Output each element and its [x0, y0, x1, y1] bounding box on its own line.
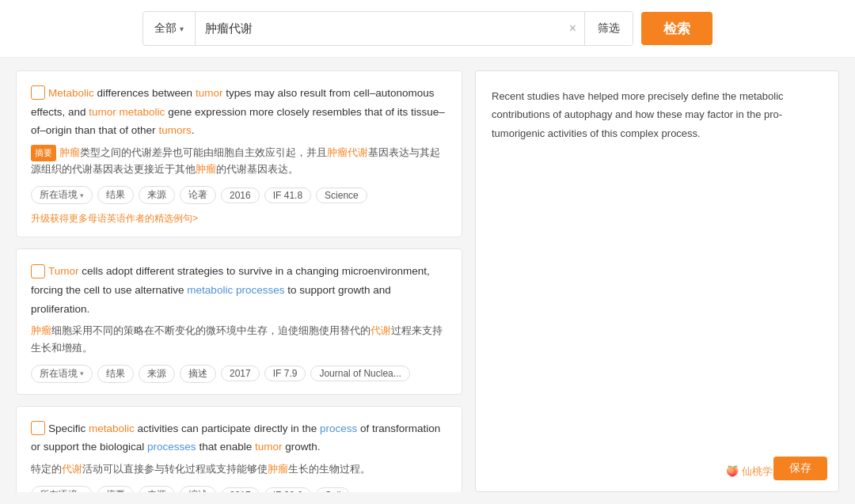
- filter-button[interactable]: 筛选: [584, 12, 633, 45]
- save-button[interactable]: 保存: [773, 457, 827, 480]
- tag-result-3[interactable]: 摘要: [97, 486, 134, 492]
- result-icon-2: [31, 264, 45, 279]
- search-input[interactable]: [196, 12, 561, 45]
- upgrade-link-1[interactable]: 升级获得更多母语英语作者的精选例句>: [31, 212, 447, 225]
- tag-source-2[interactable]: 来源: [139, 365, 175, 383]
- tag-type-3[interactable]: 综述: [180, 486, 216, 492]
- tag-journal-2[interactable]: Journal of Nuclea...: [310, 366, 409, 381]
- tag-year-1[interactable]: 2016: [221, 188, 260, 203]
- result-en-text-3: Specific metabolic activities can partic…: [31, 419, 447, 457]
- right-panel-text: Recent studies have helped more precisel…: [492, 87, 823, 142]
- result-item: Metabolic differences between tumor type…: [16, 70, 462, 237]
- logo-icon: 🍑: [726, 465, 739, 477]
- result-icon-1: [31, 85, 45, 100]
- top-bar: 全部 ▾ × 筛选 检索: [0, 0, 855, 58]
- tag-type-2[interactable]: 摘述: [180, 365, 216, 383]
- tag-if-1[interactable]: IF 41.8: [264, 188, 311, 203]
- result-item-2: Tumor cells adopt different strategies t…: [16, 248, 462, 394]
- tag-chevron-icon-3: ▾: [80, 491, 84, 492]
- tags-row-2: 所在语境 ▾ 结果 来源 摘述 2017 IF 7.9 Journal of N…: [31, 365, 447, 383]
- tags-row-1: 所在语境 ▾ 结果 来源 论著 2016 IF 41.8 Science: [31, 186, 447, 204]
- tag-journal-3[interactable]: Cell: [316, 487, 350, 492]
- tag-chevron-icon: ▾: [80, 191, 84, 199]
- tag-journal-1[interactable]: Science: [316, 188, 367, 203]
- tag-if-3[interactable]: IF 38.6: [264, 487, 311, 492]
- tag-context-2[interactable]: 所在语境 ▾: [31, 365, 93, 383]
- tag-type-1[interactable]: 论著: [180, 186, 216, 204]
- result-icon-3: [31, 421, 45, 435]
- left-panel: Metabolic differences between tumor type…: [16, 70, 462, 492]
- result-cn-text-2: 肿瘤细胞采用不同的策略在不断变化的微环境中生存，迫使细胞使用替代的代谢过程来支持…: [31, 323, 447, 357]
- tag-context-3[interactable]: 所在语境 ▾: [31, 486, 93, 492]
- tag-year-2[interactable]: 2017: [221, 366, 260, 381]
- right-panel: Recent studies have helped more precisel…: [475, 70, 839, 492]
- tag-context-1[interactable]: 所在语境 ▾: [31, 186, 93, 204]
- tag-result-1[interactable]: 结果: [97, 186, 134, 204]
- tags-row-3: 所在语境 ▾ 摘要 来源 综述 2017 IF 38.6 Cell: [31, 486, 447, 492]
- result-cn-text-1: 摘要肿瘤类型之间的代谢差异也可能由细胞自主效应引起，并且肿瘤代谢基因表达与其起源…: [31, 145, 447, 179]
- category-selector[interactable]: 全部 ▾: [143, 12, 196, 45]
- result-cn-text-3: 特定的代谢活动可以直接参与转化过程或支持能够使肿瘤生长的生物过程。: [31, 461, 447, 478]
- chevron-down-icon: ▾: [180, 25, 184, 33]
- result-en-text-2: Tumor cells adopt different strategies t…: [31, 262, 447, 318]
- result-item-3: Specific metabolic activities can partic…: [16, 406, 462, 492]
- tag-result-2[interactable]: 结果: [97, 365, 134, 383]
- cn-badge-1: 摘要: [31, 145, 56, 161]
- tag-chevron-icon-2: ▾: [80, 369, 84, 377]
- tag-if-2[interactable]: IF 7.9: [264, 366, 306, 381]
- result-en-text-1: Metabolic differences between tumor type…: [31, 84, 447, 140]
- category-label: 全部: [154, 21, 177, 36]
- search-button[interactable]: 检索: [641, 12, 712, 45]
- search-container: 全部 ▾ × 筛选: [142, 11, 633, 46]
- tag-source-3[interactable]: 来源: [139, 486, 175, 492]
- main-content: Metabolic differences between tumor type…: [0, 58, 855, 504]
- tag-source-1[interactable]: 来源: [139, 186, 175, 204]
- tag-year-3[interactable]: 2017: [221, 487, 260, 492]
- clear-button[interactable]: ×: [561, 21, 584, 36]
